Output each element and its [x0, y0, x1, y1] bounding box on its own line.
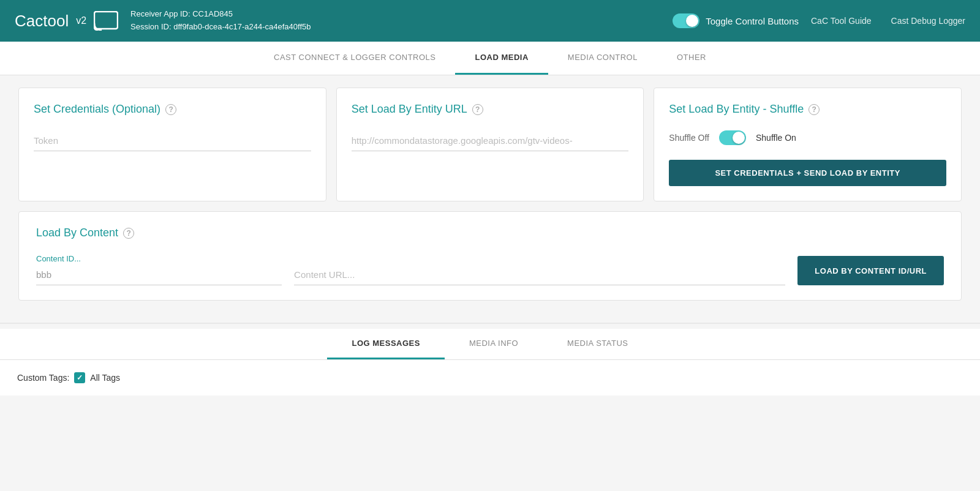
svg-rect-0	[94, 12, 118, 29]
app-name: Cactool	[15, 12, 69, 31]
toggle-control-buttons: Toggle Control Buttons	[673, 13, 799, 28]
shuffle-toggle[interactable]	[719, 130, 746, 145]
section-separator	[0, 323, 980, 324]
shuffle-off-label: Shuffle Off	[669, 133, 709, 143]
entity-shuffle-card: Set Load By Entity - Shuffle ? Shuffle O…	[654, 88, 962, 201]
tab-media-status[interactable]: MEDIA STATUS	[543, 329, 652, 359]
tab-cast-connect[interactable]: CAST CONNECT & LOGGER CONTROLS	[254, 42, 455, 75]
app-version: v2	[76, 15, 86, 26]
header-nav: CaC Tool Guide Cast Debug Logger	[811, 16, 965, 26]
tab-load-media[interactable]: LOAD MEDIA	[455, 42, 548, 75]
load-by-content-help-icon[interactable]: ?	[123, 228, 134, 239]
shuffle-toggle-row: Shuffle Off Shuffle On	[669, 130, 946, 145]
entity-shuffle-card-title: Set Load By Entity - Shuffle ?	[669, 103, 946, 116]
entity-url-card-title: Set Load By Entity URL ?	[352, 103, 629, 116]
content-url-input[interactable]	[294, 264, 785, 285]
cast-debug-logger-link[interactable]: Cast Debug Logger	[891, 16, 965, 26]
session-info: Receiver App ID: CC1AD845 Session ID: df…	[130, 8, 660, 34]
token-input[interactable]	[34, 130, 311, 151]
cast-icon	[94, 11, 118, 31]
bottom-section: LOG MESSAGES MEDIA INFO MEDIA STATUS Cus…	[0, 329, 980, 395]
session-id-label: Session ID:	[130, 22, 171, 31]
content-id-wrap: Content ID...	[36, 254, 282, 285]
bottom-tabs: LOG MESSAGES MEDIA INFO MEDIA STATUS	[0, 329, 980, 360]
load-by-content-button[interactable]: LOAD BY CONTENT ID/URL	[797, 256, 944, 285]
toggle-switch[interactable]	[673, 13, 699, 28]
content-id-label: Content ID...	[36, 254, 282, 263]
entity-url-input[interactable]	[352, 130, 629, 151]
bottom-content: Custom Tags: All Tags	[0, 360, 980, 395]
receiver-app-id-label: Receiver App ID:	[130, 9, 190, 18]
tab-media-info[interactable]: MEDIA INFO	[445, 329, 543, 359]
tab-media-control[interactable]: MEDIA CONTROL	[548, 42, 657, 75]
tab-log-messages[interactable]: LOG MESSAGES	[327, 329, 444, 359]
top-cards-row: Set Credentials (Optional) ? Set Load By…	[18, 88, 962, 201]
all-tags-checkbox[interactable]	[74, 372, 85, 383]
svg-point-1	[94, 28, 97, 30]
credentials-card: Set Credentials (Optional) ?	[18, 88, 326, 201]
toggle-label: Toggle Control Buttons	[706, 16, 799, 26]
app-logo: Cactool v2	[15, 11, 118, 31]
entity-url-help-icon[interactable]: ?	[472, 104, 483, 115]
main-content: Set Credentials (Optional) ? Set Load By…	[0, 75, 980, 323]
custom-tags-row: Custom Tags: All Tags	[17, 372, 963, 383]
cac-tool-guide-link[interactable]: CaC Tool Guide	[811, 16, 872, 26]
session-id: dff9fab0-dcea-4c17-a244-ca4efa40ff5b	[173, 22, 311, 31]
credentials-help-icon[interactable]: ?	[165, 104, 176, 115]
load-by-content-title: Load By Content ?	[36, 227, 944, 239]
set-credentials-send-load-by-entity-button[interactable]: SET CREDENTIALS + SEND LOAD BY ENTITY	[669, 160, 946, 186]
content-inputs-row: Content ID... LOAD BY CONTENT ID/URL	[36, 254, 944, 285]
all-tags-label: All Tags	[90, 373, 120, 383]
main-tabs: CAST CONNECT & LOGGER CONTROLS LOAD MEDI…	[0, 42, 980, 75]
content-id-input[interactable]	[36, 264, 282, 285]
content-url-wrap	[294, 264, 785, 285]
custom-tags-label: Custom Tags:	[17, 373, 69, 383]
entity-url-card: Set Load By Entity URL ?	[336, 88, 644, 201]
load-by-content-card: Load By Content ? Content ID... LOAD BY …	[18, 211, 962, 301]
credentials-card-title: Set Credentials (Optional) ?	[34, 103, 311, 116]
shuffle-on-label: Shuffle On	[756, 133, 796, 143]
app-header: Cactool v2 Receiver App ID: CC1AD845 Ses…	[0, 0, 980, 42]
receiver-app-id: CC1AD845	[192, 9, 233, 18]
entity-shuffle-help-icon[interactable]: ?	[809, 104, 820, 115]
tab-other[interactable]: OTHER	[657, 42, 726, 75]
